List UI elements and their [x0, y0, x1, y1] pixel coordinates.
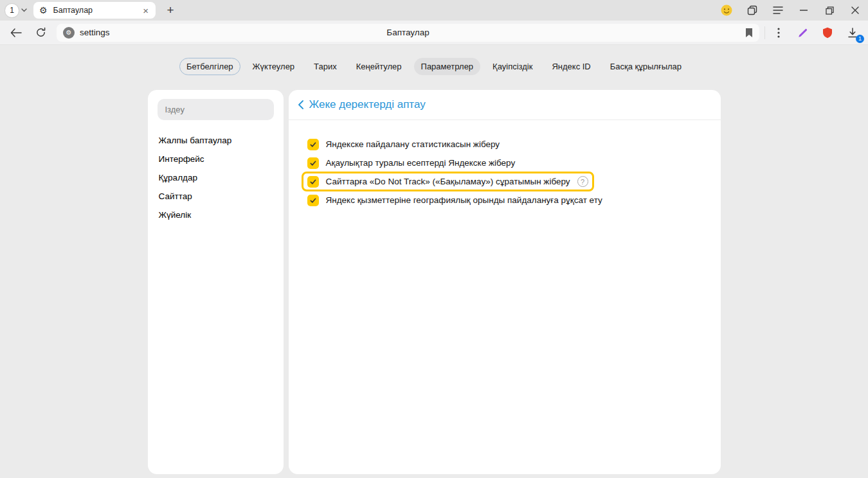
more-options-icon[interactable]	[766, 21, 791, 45]
window-tab-bar: 1 ⚙ Баптаулар × +	[0, 0, 868, 21]
checkbox-crash-reports[interactable]	[307, 157, 319, 169]
reload-icon[interactable]	[28, 21, 53, 45]
setting-label: Яндекске пайдалану статистикасын жіберу	[326, 139, 500, 149]
back-link-personal-data[interactable]: Жеке деректерді аптау	[289, 90, 721, 120]
address-bar[interactable]: Баптаулар ⚙ settings	[57, 24, 759, 42]
menu-icon[interactable]	[765, 0, 791, 21]
sidebar-item-general[interactable]: Жалпы баптаулар	[158, 131, 274, 150]
nav-tab-yandex-id[interactable]: Яндекс ID	[545, 58, 597, 75]
tabs-panel-icon[interactable]	[739, 0, 765, 21]
emoji-status-icon[interactable]	[714, 0, 739, 21]
checkbox-do-not-track[interactable]	[307, 176, 319, 188]
section-title: Жеке деректерді аптау	[309, 98, 426, 111]
sidebar-item-tools[interactable]: Құралдар	[158, 168, 274, 187]
sidebar-item-sites[interactable]: Сайттар	[158, 187, 274, 206]
url-text: settings	[80, 28, 110, 37]
new-tab-button[interactable]: +	[163, 3, 178, 17]
checkbox-geolocation[interactable]	[307, 195, 319, 206]
nav-tab-downloads[interactable]: Жүктеулер	[246, 58, 302, 75]
setting-row-do-not-track: Сайттарға «Do Not Track» («Бақыламау») с…	[307, 172, 588, 191]
setting-label: Ақаулықтар туралы есептерді Яндекске жіб…	[326, 158, 516, 168]
setting-row-crash-reports: Ақаулықтар туралы есептерді Яндекске жіб…	[307, 154, 516, 172]
nav-tab-other-devices[interactable]: Басқа құрылғылар	[603, 58, 689, 75]
protect-shield-icon[interactable]	[815, 21, 840, 45]
settings-sidebar: Жалпы баптаулар Интерфейс Құралдар Сайтт…	[148, 90, 284, 474]
sidebar-list: Жалпы баптаулар Интерфейс Құралдар Сайтт…	[158, 131, 274, 224]
browser-toolbar: Баптаулар ⚙ settings 1	[0, 21, 868, 45]
minimize-button[interactable]	[791, 0, 817, 21]
nav-tab-history[interactable]: Тарих	[307, 58, 344, 75]
nav-tab-security[interactable]: Қауіпсіздік	[485, 58, 539, 75]
setting-row-usage-stats: Яндекске пайдалану статистикасын жіберу	[307, 135, 500, 154]
chevron-down-icon	[21, 8, 27, 12]
sidebar-item-interface[interactable]: Интерфейс	[158, 150, 274, 168]
tab-counter[interactable]: 1	[5, 4, 27, 17]
tab-close-icon[interactable]: ×	[141, 5, 150, 16]
tab-count-badge: 1	[5, 4, 19, 17]
setting-label: Яндекс қызметтеріне географиялық орынды …	[326, 195, 602, 205]
page-title: Баптаулар	[57, 28, 759, 37]
close-window-button[interactable]	[842, 0, 868, 21]
help-icon[interactable]: ?	[577, 176, 588, 187]
settings-main-panel: Жеке деректерді аптау Яндекске пайдалану…	[289, 90, 721, 474]
chevron-left-icon	[298, 100, 303, 109]
settings-list: Яндекске пайдалану статистикасын жіберу …	[289, 120, 721, 222]
nav-tab-bookmarks[interactable]: Бетбелгілер	[179, 58, 240, 75]
browser-tab-settings[interactable]: ⚙ Баптаулар ×	[33, 2, 156, 19]
downloads-icon[interactable]: 1	[840, 21, 865, 45]
search-input[interactable]	[158, 99, 274, 120]
settings-nav-tabs: Бетбелгілер Жүктеулер Тарих Кеңейтулер П…	[0, 57, 868, 76]
bookmark-icon[interactable]	[745, 28, 753, 38]
gear-icon: ⚙	[39, 6, 48, 15]
maximize-button[interactable]	[817, 0, 842, 21]
back-icon[interactable]	[4, 21, 28, 45]
setting-row-geolocation: Яндекс қызметтеріне географиялық орынды …	[307, 191, 602, 209]
download-count-badge: 1	[856, 35, 864, 43]
window-controls	[714, 0, 868, 21]
sidebar-item-system[interactable]: Жүйелік	[158, 206, 274, 224]
setting-label: Сайттарға «Do Not Track» («Бақыламау») с…	[326, 177, 570, 186]
settings-body: Жалпы баптаулар Интерфейс Құралдар Сайтт…	[0, 90, 868, 474]
nav-tab-extensions[interactable]: Кеңейтулер	[349, 58, 409, 75]
toolbar-separator	[764, 26, 765, 39]
nav-tab-settings[interactable]: Параметрлер	[414, 58, 481, 75]
tab-title: Баптаулар	[53, 6, 136, 15]
pen-editor-icon[interactable]	[791, 21, 815, 45]
checkbox-usage-stats[interactable]	[307, 139, 319, 150]
